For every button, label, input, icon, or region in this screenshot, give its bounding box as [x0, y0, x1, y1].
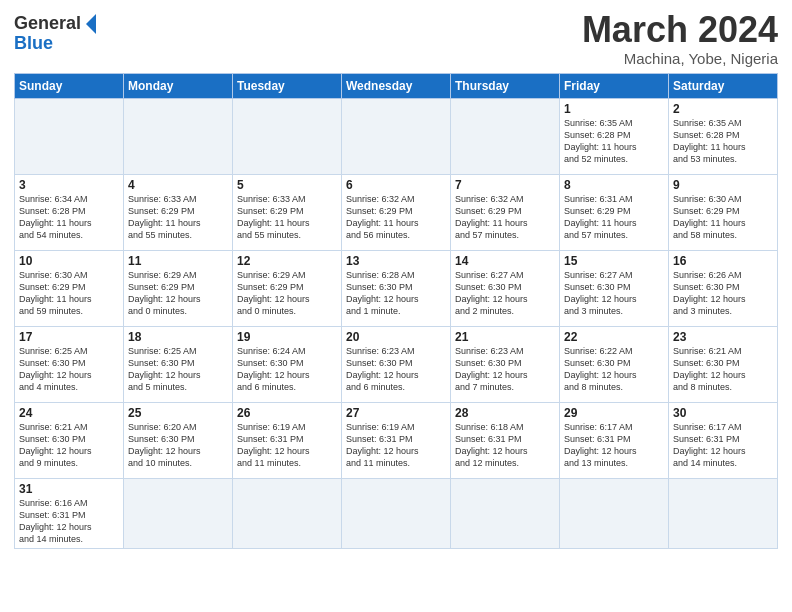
day-number: 7 [455, 178, 555, 192]
day-info: Sunrise: 6:30 AM Sunset: 6:29 PM Dayligh… [19, 269, 119, 318]
day-cell: 1Sunrise: 6:35 AM Sunset: 6:28 PM Daylig… [560, 98, 669, 174]
day-number: 9 [673, 178, 773, 192]
col-friday: Friday [560, 73, 669, 98]
day-number: 31 [19, 482, 119, 496]
day-cell: 13Sunrise: 6:28 AM Sunset: 6:30 PM Dayli… [342, 250, 451, 326]
day-cell: 24Sunrise: 6:21 AM Sunset: 6:30 PM Dayli… [15, 402, 124, 478]
day-number: 12 [237, 254, 337, 268]
day-info: Sunrise: 6:26 AM Sunset: 6:30 PM Dayligh… [673, 269, 773, 318]
day-number: 6 [346, 178, 446, 192]
day-number: 29 [564, 406, 664, 420]
day-cell [233, 98, 342, 174]
week-row-4: 17Sunrise: 6:25 AM Sunset: 6:30 PM Dayli… [15, 326, 778, 402]
day-info: Sunrise: 6:25 AM Sunset: 6:30 PM Dayligh… [128, 345, 228, 394]
week-row-5: 24Sunrise: 6:21 AM Sunset: 6:30 PM Dayli… [15, 402, 778, 478]
day-cell [342, 98, 451, 174]
day-number: 8 [564, 178, 664, 192]
day-info: Sunrise: 6:18 AM Sunset: 6:31 PM Dayligh… [455, 421, 555, 470]
header-row: Sunday Monday Tuesday Wednesday Thursday… [15, 73, 778, 98]
day-info: Sunrise: 6:35 AM Sunset: 6:28 PM Dayligh… [673, 117, 773, 166]
day-number: 18 [128, 330, 228, 344]
day-number: 10 [19, 254, 119, 268]
week-row-3: 10Sunrise: 6:30 AM Sunset: 6:29 PM Dayli… [15, 250, 778, 326]
week-row-2: 3Sunrise: 6:34 AM Sunset: 6:28 PM Daylig… [15, 174, 778, 250]
day-cell: 14Sunrise: 6:27 AM Sunset: 6:30 PM Dayli… [451, 250, 560, 326]
day-number: 1 [564, 102, 664, 116]
day-cell: 4Sunrise: 6:33 AM Sunset: 6:29 PM Daylig… [124, 174, 233, 250]
day-info: Sunrise: 6:16 AM Sunset: 6:31 PM Dayligh… [19, 497, 119, 546]
day-cell: 6Sunrise: 6:32 AM Sunset: 6:29 PM Daylig… [342, 174, 451, 250]
day-info: Sunrise: 6:32 AM Sunset: 6:29 PM Dayligh… [346, 193, 446, 242]
logo-blue: Blue [14, 34, 53, 54]
day-cell [451, 478, 560, 549]
day-info: Sunrise: 6:23 AM Sunset: 6:30 PM Dayligh… [455, 345, 555, 394]
day-cell: 19Sunrise: 6:24 AM Sunset: 6:30 PM Dayli… [233, 326, 342, 402]
day-info: Sunrise: 6:21 AM Sunset: 6:30 PM Dayligh… [673, 345, 773, 394]
day-cell: 31Sunrise: 6:16 AM Sunset: 6:31 PM Dayli… [15, 478, 124, 549]
day-number: 24 [19, 406, 119, 420]
day-number: 21 [455, 330, 555, 344]
location: Machina, Yobe, Nigeria [582, 50, 778, 67]
day-number: 23 [673, 330, 773, 344]
day-number: 4 [128, 178, 228, 192]
day-number: 26 [237, 406, 337, 420]
week-row-1: 1Sunrise: 6:35 AM Sunset: 6:28 PM Daylig… [15, 98, 778, 174]
day-cell [233, 478, 342, 549]
day-cell [560, 478, 669, 549]
day-cell [342, 478, 451, 549]
day-cell: 16Sunrise: 6:26 AM Sunset: 6:30 PM Dayli… [669, 250, 778, 326]
day-info: Sunrise: 6:17 AM Sunset: 6:31 PM Dayligh… [673, 421, 773, 470]
day-number: 16 [673, 254, 773, 268]
day-number: 22 [564, 330, 664, 344]
day-cell [124, 98, 233, 174]
week-row-6: 31Sunrise: 6:16 AM Sunset: 6:31 PM Dayli… [15, 478, 778, 549]
month-title: March 2024 [582, 10, 778, 50]
day-info: Sunrise: 6:24 AM Sunset: 6:30 PM Dayligh… [237, 345, 337, 394]
day-cell: 17Sunrise: 6:25 AM Sunset: 6:30 PM Dayli… [15, 326, 124, 402]
col-saturday: Saturday [669, 73, 778, 98]
day-number: 2 [673, 102, 773, 116]
day-cell: 7Sunrise: 6:32 AM Sunset: 6:29 PM Daylig… [451, 174, 560, 250]
day-info: Sunrise: 6:32 AM Sunset: 6:29 PM Dayligh… [455, 193, 555, 242]
day-number: 11 [128, 254, 228, 268]
day-cell: 5Sunrise: 6:33 AM Sunset: 6:29 PM Daylig… [233, 174, 342, 250]
day-cell: 27Sunrise: 6:19 AM Sunset: 6:31 PM Dayli… [342, 402, 451, 478]
day-cell [124, 478, 233, 549]
day-cell: 22Sunrise: 6:22 AM Sunset: 6:30 PM Dayli… [560, 326, 669, 402]
day-info: Sunrise: 6:31 AM Sunset: 6:29 PM Dayligh… [564, 193, 664, 242]
calendar-table: Sunday Monday Tuesday Wednesday Thursday… [14, 73, 778, 550]
day-info: Sunrise: 6:21 AM Sunset: 6:30 PM Dayligh… [19, 421, 119, 470]
day-cell [669, 478, 778, 549]
day-number: 28 [455, 406, 555, 420]
day-info: Sunrise: 6:17 AM Sunset: 6:31 PM Dayligh… [564, 421, 664, 470]
title-section: March 2024 Machina, Yobe, Nigeria [582, 10, 778, 67]
day-number: 17 [19, 330, 119, 344]
header: General Blue March 2024 Machina, Yobe, N… [14, 10, 778, 67]
day-number: 30 [673, 406, 773, 420]
day-number: 3 [19, 178, 119, 192]
day-info: Sunrise: 6:34 AM Sunset: 6:28 PM Dayligh… [19, 193, 119, 242]
day-cell: 29Sunrise: 6:17 AM Sunset: 6:31 PM Dayli… [560, 402, 669, 478]
day-number: 19 [237, 330, 337, 344]
day-info: Sunrise: 6:27 AM Sunset: 6:30 PM Dayligh… [455, 269, 555, 318]
day-cell: 30Sunrise: 6:17 AM Sunset: 6:31 PM Dayli… [669, 402, 778, 478]
day-info: Sunrise: 6:33 AM Sunset: 6:29 PM Dayligh… [128, 193, 228, 242]
day-cell: 15Sunrise: 6:27 AM Sunset: 6:30 PM Dayli… [560, 250, 669, 326]
col-sunday: Sunday [15, 73, 124, 98]
day-cell: 18Sunrise: 6:25 AM Sunset: 6:30 PM Dayli… [124, 326, 233, 402]
day-cell: 10Sunrise: 6:30 AM Sunset: 6:29 PM Dayli… [15, 250, 124, 326]
day-number: 14 [455, 254, 555, 268]
day-info: Sunrise: 6:23 AM Sunset: 6:30 PM Dayligh… [346, 345, 446, 394]
day-number: 27 [346, 406, 446, 420]
day-number: 5 [237, 178, 337, 192]
day-number: 13 [346, 254, 446, 268]
day-cell: 9Sunrise: 6:30 AM Sunset: 6:29 PM Daylig… [669, 174, 778, 250]
day-cell: 21Sunrise: 6:23 AM Sunset: 6:30 PM Dayli… [451, 326, 560, 402]
col-tuesday: Tuesday [233, 73, 342, 98]
day-cell [451, 98, 560, 174]
day-cell: 23Sunrise: 6:21 AM Sunset: 6:30 PM Dayli… [669, 326, 778, 402]
day-number: 20 [346, 330, 446, 344]
calendar-page: General Blue March 2024 Machina, Yobe, N… [0, 0, 792, 612]
day-cell: 2Sunrise: 6:35 AM Sunset: 6:28 PM Daylig… [669, 98, 778, 174]
day-cell: 26Sunrise: 6:19 AM Sunset: 6:31 PM Dayli… [233, 402, 342, 478]
